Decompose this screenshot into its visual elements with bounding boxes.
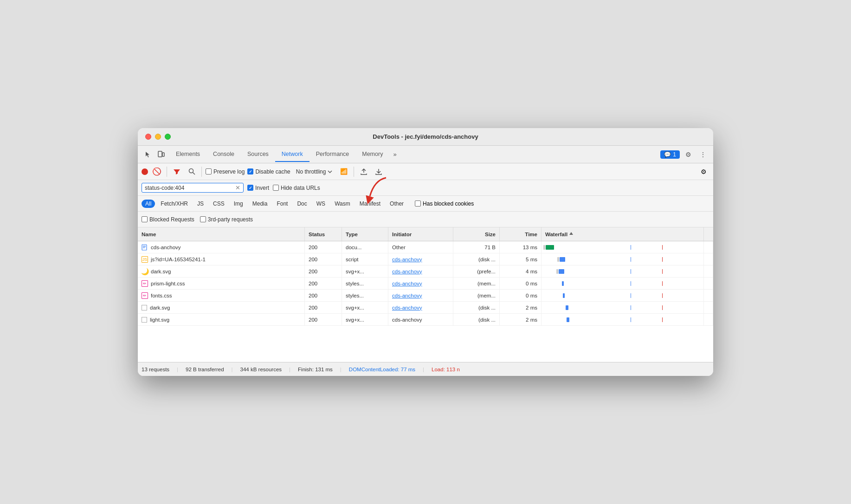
search-btn[interactable] (186, 166, 198, 178)
tab-memory[interactable]: Memory (355, 147, 389, 162)
cell-waterfall (542, 290, 704, 301)
device-toolbar-btn[interactable] (155, 148, 168, 161)
blocked-requests-checkbox[interactable] (142, 216, 148, 222)
filter-media[interactable]: Media (249, 200, 271, 208)
cell-status: 200 (305, 302, 342, 313)
invert-label[interactable]: Invert (247, 185, 269, 191)
cell-scroll-end (704, 241, 713, 253)
finish-time: Finish: 131 ms (298, 367, 333, 372)
inspect-element-btn[interactable] (142, 148, 155, 161)
filter-css[interactable]: CSS (209, 200, 228, 208)
filter-img[interactable]: Img (230, 200, 247, 208)
blocked-requests-label[interactable]: Blocked Requests (142, 216, 194, 223)
invert-checkbox[interactable] (247, 185, 253, 191)
table-row[interactable]: cds-anchovy 200 docu... Other 71 B 13 ms (138, 241, 713, 253)
col-status[interactable]: Status (305, 227, 342, 241)
blocked-cookies-checkbox[interactable] (415, 200, 421, 207)
throttle-select[interactable]: No throttling (293, 168, 335, 176)
more-options-btn[interactable]: ⋮ (696, 148, 709, 161)
cell-initiator: cds-anchovy (388, 253, 453, 265)
filter-all[interactable]: All (142, 200, 155, 208)
table-body: cds-anchovy 200 docu... Other 71 B 13 ms… (138, 241, 713, 362)
rect-icon (142, 305, 147, 310)
table-row[interactable]: light.svg 200 svg+x... cds-anchovy (disk… (138, 314, 713, 326)
hide-data-urls-checkbox[interactable] (273, 185, 279, 191)
col-type[interactable]: Type (342, 227, 388, 241)
col-size[interactable]: Size (453, 227, 500, 241)
filter-font[interactable]: Font (273, 200, 291, 208)
cell-waterfall (542, 253, 704, 265)
hide-data-urls-label[interactable]: Hide data URLs (273, 185, 320, 191)
minimize-button[interactable] (155, 134, 161, 140)
filter-doc[interactable]: Doc (293, 200, 310, 208)
preserve-log-label[interactable]: Preserve log (206, 168, 245, 175)
filter-wasm[interactable]: Wasm (331, 200, 354, 208)
cell-time: 13 ms (500, 241, 542, 253)
table-header: Name Status Type Initiator Size Time Wat… (138, 227, 713, 241)
filter-value[interactable]: status-code:404 (145, 185, 184, 191)
initiator-link[interactable]: cds-anchovy (392, 305, 422, 310)
record-button[interactable] (142, 168, 148, 175)
maximize-button[interactable] (165, 134, 171, 140)
cell-scroll-end (704, 265, 713, 277)
tab-performance[interactable]: Performance (309, 147, 356, 162)
cell-type: svg+x... (342, 314, 388, 325)
initiator-link[interactable]: cds-anchovy (392, 257, 422, 262)
cell-type: styles... (342, 290, 388, 301)
preserve-log-checkbox[interactable] (206, 168, 212, 174)
tab-sources[interactable]: Sources (241, 147, 275, 162)
disable-cache-checkbox[interactable] (247, 168, 253, 174)
initiator-link[interactable]: cds-anchovy (392, 281, 422, 286)
cell-status: 200 (305, 265, 342, 277)
table-row[interactable]: ✏ fonts.css 200 styles... cds-anchovy (m… (138, 290, 713, 302)
export-btn[interactable] (373, 166, 385, 178)
filter-btn[interactable] (171, 166, 183, 178)
network-conditions-btn[interactable]: 📶 (338, 166, 350, 178)
table-row[interactable]: ✏ prism-light.css 200 styles... cds-anch… (138, 278, 713, 290)
close-button[interactable] (145, 134, 151, 140)
has-blocked-cookies-label: Has blocked cookies (423, 200, 474, 207)
feedback-badge[interactable]: 💬 1 (660, 150, 680, 159)
separator-3 (354, 167, 354, 177)
cell-initiator: cds-anchovy (388, 278, 453, 289)
third-party-label[interactable]: 3rd-party requests (200, 216, 253, 223)
clear-btn[interactable]: 🚫 (151, 166, 163, 178)
settings-btn[interactable]: ⚙ (682, 148, 695, 161)
disable-cache-label[interactable]: Disable cache (247, 168, 290, 175)
blocked-requests-text: Blocked Requests (149, 216, 194, 223)
cell-type: styles... (342, 278, 388, 289)
initiator-link[interactable]: cds-anchovy (392, 269, 422, 274)
network-settings-btn[interactable]: ⚙ (697, 166, 709, 178)
cell-name: JS js?id=UA-165345241-1 (138, 253, 305, 265)
table-row[interactable]: JS js?id=UA-165345241-1 200 script cds-a… (138, 253, 713, 265)
tab-network[interactable]: Network (275, 147, 309, 162)
cell-name: ✏ fonts.css (138, 290, 305, 301)
css2-icon: ✏ (142, 292, 148, 299)
filter-manifest[interactable]: Manifest (356, 200, 384, 208)
filter-other[interactable]: Other (386, 200, 407, 208)
filter-js[interactable]: JS (193, 200, 207, 208)
more-tabs-btn[interactable]: » (389, 149, 400, 160)
col-name[interactable]: Name (138, 227, 305, 241)
tab-elements[interactable]: Elements (169, 147, 206, 162)
filter-clear-btn[interactable]: ✕ (235, 184, 240, 191)
col-initiator[interactable]: Initiator (388, 227, 453, 241)
col-waterfall[interactable]: Waterfall (542, 227, 704, 241)
sep2: | (232, 367, 233, 372)
third-party-checkbox[interactable] (200, 216, 206, 222)
col-time[interactable]: Time (500, 227, 542, 241)
filter-fetch-xhr[interactable]: Fetch/XHR (157, 200, 192, 208)
invert-text: Invert (255, 185, 269, 191)
tab-console[interactable]: Console (206, 147, 241, 162)
cell-name: cds-anchovy (138, 241, 305, 253)
table-row[interactable]: dark.svg 200 svg+x... cds-anchovy (disk … (138, 302, 713, 314)
import-btn[interactable] (358, 166, 370, 178)
requests-count: 13 requests (142, 367, 169, 372)
initiator-link[interactable]: cds-anchovy (392, 293, 422, 298)
dom-content-loaded: DOMContentLoaded: 77 ms (349, 367, 415, 372)
cell-waterfall (542, 241, 704, 253)
filter-ws[interactable]: WS (313, 200, 329, 208)
cell-initiator: cds-anchovy (388, 265, 453, 277)
cell-size: (disk ... (453, 302, 500, 313)
table-row[interactable]: 🌙 dark.svg 200 svg+x... cds-anchovy (pre… (138, 265, 713, 278)
